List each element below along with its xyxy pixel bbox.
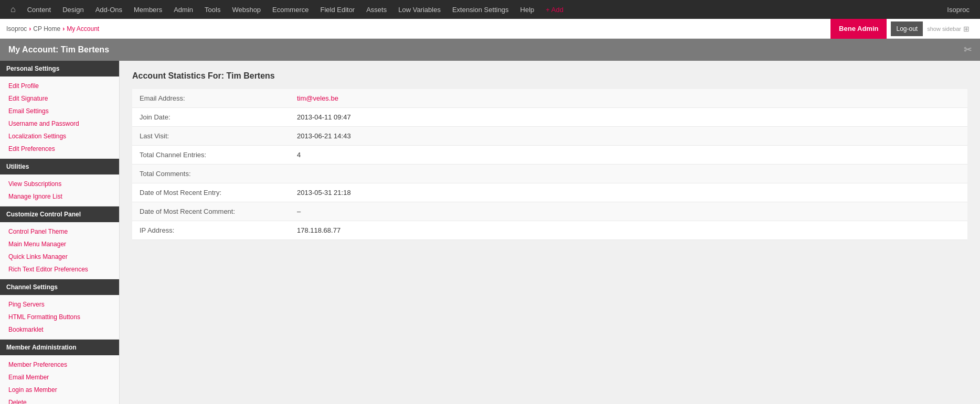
total-entries-label: Total Channel Entries: [132,146,290,165]
nav-item-webshop[interactable]: Webshop [227,3,266,17]
ip-address-value: 178.118.68.77 [290,221,967,240]
show-sidebar-label: show sidebar [927,26,961,32]
channel-settings-links: Ping Servers HTML Formatting Buttons Boo… [0,295,119,340]
table-row: Date of Most Recent Comment: – [132,202,967,221]
nav-item-help[interactable]: Help [515,3,540,17]
nav-item-ecommerce[interactable]: Ecommerce [267,3,314,17]
sidebar-toggle-icon: ⊞ [963,25,970,33]
sidebar-item-member-preferences[interactable]: Member Preferences [0,358,119,371]
top-navigation: ⌂ Content Design Add-Ons Members Admin T… [0,0,980,19]
stats-table: Email Address: tim@veles.be Join Date: 2… [132,89,967,240]
nav-item-addons[interactable]: Add-Ons [90,3,127,17]
member-admin-links: Member Preferences Email Member Login as… [0,355,119,404]
sidebar-item-manage-ignore-list[interactable]: Manage Ignore List [0,190,119,203]
sidebar-item-email-member[interactable]: Email Member [0,371,119,384]
total-entries-value: 4 [290,146,967,165]
most-recent-entry-value: 2013-05-31 21:18 [290,183,967,202]
sidebar-item-cp-theme[interactable]: Control Panel Theme [0,225,119,238]
nav-item-low-variables[interactable]: Low Variables [393,3,446,17]
personal-settings-header: Personal Settings [0,61,119,77]
join-date-label: Join Date: [132,108,290,127]
nav-item-admin[interactable]: Admin [168,3,198,17]
sidebar-section-personal-settings: Personal Settings Edit Profile Edit Sign… [0,61,119,159]
sidebar-item-main-menu-manager[interactable]: Main Menu Manager [0,238,119,250]
table-row: Total Channel Entries: 4 [132,146,967,165]
sidebar-section-member-admin: Member Administration Member Preferences… [0,340,119,404]
breadcrumb: Isoproc › CP Home › My Account [6,25,830,32]
breadcrumb-isoproc[interactable]: Isoproc [6,25,27,32]
sidebar-section-channel-settings: Channel Settings Ping Servers HTML Forma… [0,279,119,340]
most-recent-comment-value: – [290,202,967,221]
home-icon[interactable]: ⌂ [5,2,21,17]
last-visit-value: 2013-06-21 14:43 [290,127,967,146]
nav-item-members[interactable]: Members [129,3,167,17]
content-area: Account Statistics For: Tim Bertens Emai… [120,61,980,404]
account-stats-title: Account Statistics For: Tim Bertens [132,71,967,81]
last-visit-label: Last Visit: [132,127,290,146]
breadcrumb-cp-home[interactable]: CP Home [33,25,60,32]
table-row: Total Comments: [132,165,967,183]
email-value: tim@veles.be [290,89,967,108]
user-block: Bene Admin [830,19,887,39]
sidebar-item-edit-preferences[interactable]: Edit Preferences [0,143,119,155]
main-layout: Personal Settings Edit Profile Edit Sign… [0,61,980,404]
most-recent-comment-label: Date of Most Recent Comment: [132,202,290,221]
logout-button[interactable]: Log-out [891,21,923,36]
nav-item-assets[interactable]: Assets [361,3,392,17]
nav-item-design[interactable]: Design [57,3,89,17]
sidebar-item-edit-signature[interactable]: Edit Signature [0,92,119,105]
breadcrumb-separator-2: › [62,25,65,32]
site-name: Isoproc [942,3,975,17]
utilities-links: View Subscriptions Manage Ignore List [0,174,119,206]
nav-item-extension-settings[interactable]: Extension Settings [447,3,514,17]
nav-item-tools[interactable]: Tools [199,3,226,17]
nav-item-field-editor[interactable]: Field Editor [315,3,360,17]
email-label: Email Address: [132,89,290,108]
title-bar-icon: ✂ [964,44,972,56]
sidebar-item-username-password[interactable]: Username and Password [0,117,119,130]
nav-add-link[interactable]: + Add [540,3,569,17]
sidebar-toggle[interactable]: show sidebar ⊞ [923,25,974,33]
sidebar-section-utilities: Utilities View Subscriptions Manage Igno… [0,159,119,206]
sidebar-item-view-subscriptions[interactable]: View Subscriptions [0,178,119,190]
table-row: Email Address: tim@veles.be [132,89,967,108]
sidebar-item-html-formatting[interactable]: HTML Formatting Buttons [0,311,119,323]
channel-settings-header: Channel Settings [0,279,119,295]
breadcrumb-separator-1: › [29,25,31,32]
table-row: IP Address: 178.118.68.77 [132,221,967,240]
sidebar-item-login-as-member[interactable]: Login as Member [0,384,119,396]
page-title-bar: My Account: Tim Bertens ✂ [0,39,980,61]
ip-address-label: IP Address: [132,221,290,240]
sidebar-item-email-settings[interactable]: Email Settings [0,105,119,117]
table-row: Last Visit: 2013-06-21 14:43 [132,127,967,146]
table-row: Date of Most Recent Entry: 2013-05-31 21… [132,183,967,202]
sidebar-item-localization-settings[interactable]: Localization Settings [0,130,119,143]
header-bar: Isoproc › CP Home › My Account Bene Admi… [0,19,980,39]
table-row: Join Date: 2013-04-11 09:47 [132,108,967,127]
sidebar-section-customize-cp: Customize Control Panel Control Panel Th… [0,206,119,279]
sidebar-item-delete-member[interactable]: Delete [0,396,119,404]
member-admin-header: Member Administration [0,340,119,355]
customize-cp-links: Control Panel Theme Main Menu Manager Qu… [0,222,119,279]
sidebar-item-edit-profile[interactable]: Edit Profile [0,80,119,92]
nav-item-content[interactable]: Content [22,3,57,17]
sidebar-item-quick-links-manager[interactable]: Quick Links Manager [0,250,119,263]
utilities-header: Utilities [0,159,119,174]
sidebar-item-ping-servers[interactable]: Ping Servers [0,298,119,311]
breadcrumb-my-account: My Account [67,25,99,32]
sidebar-item-bookmarklet[interactable]: Bookmarklet [0,323,119,336]
sidebar: Personal Settings Edit Profile Edit Sign… [0,61,120,404]
page-title: My Account: Tim Bertens [8,45,109,54]
join-date-value: 2013-04-11 09:47 [290,108,967,127]
user-name: Bene Admin [839,25,878,32]
personal-settings-links: Edit Profile Edit Signature Email Settin… [0,77,119,159]
customize-cp-header: Customize Control Panel [0,206,119,222]
most-recent-entry-label: Date of Most Recent Entry: [132,183,290,202]
total-comments-value [290,165,967,183]
total-comments-label: Total Comments: [132,165,290,183]
sidebar-item-rte-preferences[interactable]: Rich Text Editor Preferences [0,263,119,276]
